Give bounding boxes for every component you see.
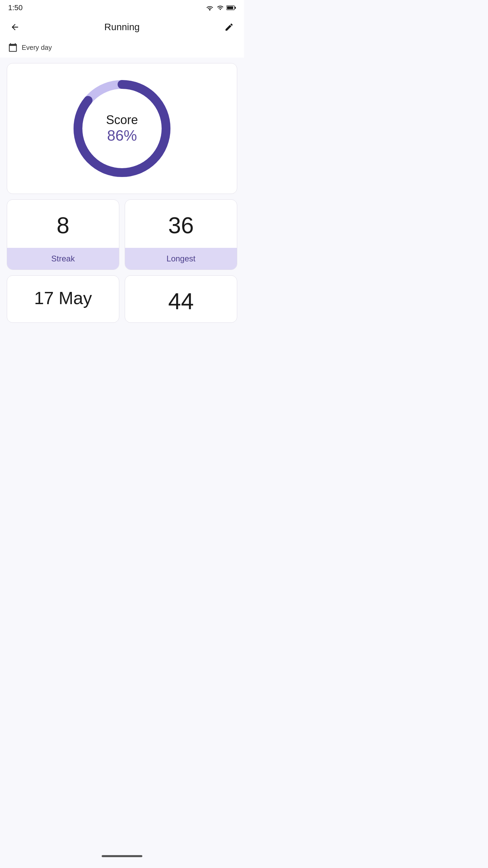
signal-icon <box>217 4 224 11</box>
streak-label-bar: Streak <box>7 248 119 270</box>
score-label: Score <box>106 113 138 127</box>
svg-rect-2 <box>227 6 233 9</box>
stats-grid-bottom: 17 May 44 <box>7 275 237 323</box>
edit-button[interactable] <box>222 20 236 34</box>
longest-label-bar: Longest <box>125 248 237 270</box>
streak-card: 8 Streak <box>7 199 119 270</box>
streak-label: Streak <box>51 254 75 263</box>
header: Running <box>0 16 244 39</box>
status-time: 1:50 <box>8 3 23 12</box>
status-icons <box>205 4 236 11</box>
main-content: Score 86% 8 Streak 36 Longest 17 May <box>0 58 244 328</box>
svg-rect-1 <box>235 7 236 9</box>
date-value: 17 May <box>7 276 119 322</box>
score-card: Score 86% <box>7 63 237 194</box>
longest-label: Longest <box>166 254 195 263</box>
longest-value: 36 <box>125 200 237 248</box>
frequency-row: Every day <box>0 39 244 58</box>
frequency-text: Every day <box>22 44 52 52</box>
edit-icon <box>224 22 234 32</box>
date-card: 17 May <box>7 275 119 323</box>
battery-icon <box>226 4 236 11</box>
count-card: 44 <box>125 275 237 323</box>
status-bar: 1:50 <box>0 0 244 16</box>
calendar-icon <box>8 43 18 52</box>
score-center-text: Score 86% <box>106 113 138 144</box>
longest-card: 36 Longest <box>125 199 237 270</box>
back-button[interactable] <box>8 20 22 34</box>
page-title: Running <box>104 22 140 33</box>
score-value: 86% <box>107 127 137 144</box>
back-icon <box>10 22 20 32</box>
donut-chart: Score 86% <box>68 74 176 183</box>
stats-grid: 8 Streak 36 Longest <box>7 199 237 270</box>
streak-value: 8 <box>7 200 119 248</box>
wifi-icon <box>205 4 214 11</box>
count-value: 44 <box>125 276 237 322</box>
